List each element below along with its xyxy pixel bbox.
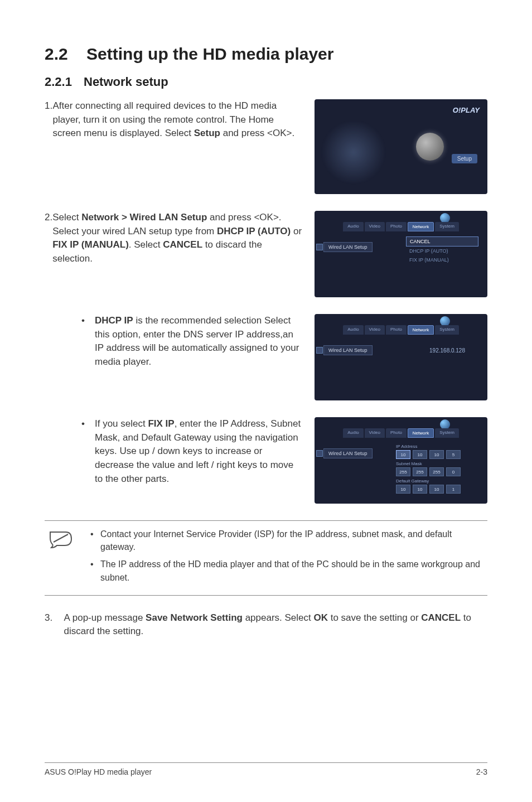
- tab-photo[interactable]: Photo: [386, 428, 407, 438]
- s3-b1: Save Network Setting: [146, 612, 243, 623]
- screenshot-home: O!PLAY Setup: [315, 99, 487, 194]
- tab-system[interactable]: System: [435, 428, 459, 438]
- fixip-fields: IP Address 10 10 10 5 Subnet Mask 255 25…: [396, 442, 480, 494]
- tab-photo[interactable]: Photo: [386, 222, 407, 231]
- s2-b2: DHCP IP (AUTO): [217, 226, 291, 236]
- s3-b3: CANCEL: [421, 612, 461, 623]
- dhcp-ip-display: 192.168.0.128: [429, 347, 465, 354]
- sm-octet[interactable]: 255: [396, 467, 410, 476]
- tab-audio[interactable]: Audio: [343, 325, 363, 335]
- s2-t4: . Select: [129, 239, 163, 250]
- dhcp-bullet-row: DHCP IP is the recommended selection Sel…: [45, 314, 487, 400]
- tab-audio[interactable]: Audio: [343, 428, 363, 438]
- footer-left: ASUS O!Play HD media player: [45, 767, 152, 776]
- step-1-post: and press <OK>.: [220, 128, 294, 138]
- tabs-row: Audio Video Photo Network System: [315, 222, 487, 231]
- note-icon: [49, 531, 75, 549]
- screenshot-dhcp: Audio Video Photo Network System Wired L…: [315, 314, 487, 400]
- sm-octet[interactable]: 255: [413, 467, 427, 476]
- screenshot-lan-options: Audio Video Photo Network System Wired L…: [315, 211, 487, 297]
- wired-lan-label[interactable]: Wired LAN Setup: [323, 242, 373, 252]
- gw-octet[interactable]: 10: [429, 485, 444, 494]
- footer-right: 2-3: [476, 767, 487, 776]
- step-1: 1. After connecting all required devices…: [45, 99, 487, 194]
- dhcp-b1: DHCP IP: [95, 315, 133, 326]
- home-bg-icon: [320, 122, 387, 183]
- ip-octet[interactable]: 10: [396, 450, 410, 459]
- page-footer: ASUS O!Play HD media player 2-3: [45, 762, 487, 776]
- s2-t3: or: [291, 226, 302, 236]
- screenshot-fixip: Audio Video Photo Network System Wired L…: [315, 417, 487, 504]
- step-1-bold-setup: Setup: [194, 128, 220, 138]
- s3-b2: OK: [314, 612, 328, 623]
- subsection-name: Network setup: [84, 75, 168, 89]
- s3-t3: to save the setting or: [328, 612, 421, 623]
- sm-octet[interactable]: 255: [429, 467, 444, 476]
- wired-lan-label[interactable]: Wired LAN Setup: [323, 448, 373, 458]
- step-3: 3. A pop-up message Save Network Setting…: [45, 611, 487, 639]
- tab-photo[interactable]: Photo: [386, 325, 407, 335]
- note-1: Contact your Internet Service Provider (…: [88, 528, 487, 553]
- section-title: 2.2 Setting up the HD media player: [45, 45, 487, 64]
- s2-b4: CANCEL: [163, 239, 202, 250]
- tabs-row: Audio Video Photo Network System: [315, 428, 487, 438]
- step-2-text: 2. Select Network > Wired LAN Setup and …: [45, 211, 303, 266]
- gear-icon: [416, 133, 444, 161]
- gw-octet[interactable]: 1: [446, 485, 461, 494]
- tab-network[interactable]: Network: [408, 325, 434, 335]
- fixip-bullet-row: If you select FIX IP, enter the IP Addre…: [45, 417, 487, 504]
- tab-video[interactable]: Video: [365, 428, 385, 438]
- subsection-title: 2.2.1Network setup: [45, 75, 487, 89]
- subsection-number: 2.2.1: [45, 75, 84, 89]
- subnet-mask-label: Subnet Mask: [396, 461, 480, 466]
- s2-t1: Select: [52, 212, 81, 223]
- dhcp-text: DHCP IP is the recommended selection Sel…: [45, 314, 303, 369]
- tab-system[interactable]: System: [435, 325, 459, 335]
- fixip-text: If you select FIX IP, enter the IP Addre…: [45, 417, 303, 486]
- opt-fixip[interactable]: FIX IP (MANUAL): [406, 255, 478, 264]
- step-1-text: 1. After connecting all required devices…: [45, 99, 303, 141]
- ip-octet[interactable]: 10: [413, 450, 427, 459]
- note-box: Contact your Internet Service Provider (…: [45, 520, 487, 596]
- wired-lan-label[interactable]: Wired LAN Setup: [323, 345, 373, 355]
- tabs-row: Audio Video Photo Network System: [315, 325, 487, 335]
- note-2: The IP address of the HD media player an…: [88, 558, 487, 583]
- tab-video[interactable]: Video: [365, 325, 385, 335]
- tab-video[interactable]: Video: [365, 222, 385, 231]
- step-1-num: 1.: [45, 99, 52, 141]
- section-name: Setting up the HD media player: [86, 45, 333, 63]
- s2-b1: Network > Wired LAN Setup: [81, 212, 207, 223]
- gw-octet[interactable]: 10: [413, 485, 427, 494]
- step-2: 2. Select Network > Wired LAN Setup and …: [45, 211, 487, 297]
- lan-option-list: CANCEL DHCP IP (AUTO) FIX IP (MANUAL): [406, 236, 478, 264]
- fixip-t1: If you select: [95, 418, 148, 429]
- default-gateway-label: Default Gateway: [396, 479, 480, 484]
- gw-octet[interactable]: 10: [396, 485, 410, 494]
- tab-system[interactable]: System: [435, 222, 459, 231]
- ip-octet[interactable]: 5: [446, 450, 461, 459]
- ip-address-label: IP Address: [396, 444, 480, 449]
- home-setup-button[interactable]: Setup: [452, 154, 477, 163]
- step-3-num: 3.: [45, 611, 64, 639]
- fixip-b1: FIX IP: [148, 418, 174, 429]
- tab-network[interactable]: Network: [408, 428, 434, 438]
- s3-t1: A pop-up message: [64, 612, 146, 623]
- ip-octet[interactable]: 10: [429, 450, 444, 459]
- step-2-num: 2.: [45, 211, 52, 266]
- home-logo: O!PLAY: [453, 106, 480, 114]
- opt-cancel[interactable]: CANCEL: [406, 236, 478, 247]
- opt-dhcp[interactable]: DHCP IP (AUTO): [406, 247, 478, 255]
- sm-octet[interactable]: 0: [446, 467, 461, 476]
- section-number: 2.2: [45, 45, 68, 63]
- tab-network[interactable]: Network: [408, 222, 434, 231]
- tab-audio[interactable]: Audio: [343, 222, 363, 231]
- s3-t2: appears. Select: [243, 612, 314, 623]
- s2-b3: FIX IP (MANUAL): [52, 239, 129, 250]
